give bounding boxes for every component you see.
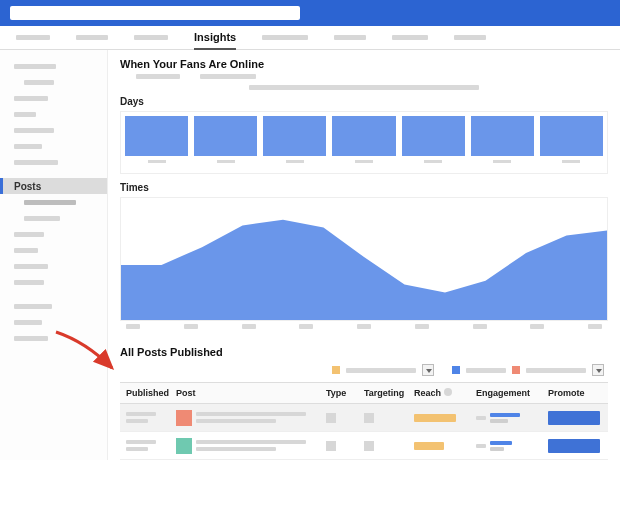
cell-targeting bbox=[364, 441, 414, 451]
legend-row bbox=[120, 364, 608, 376]
legend-label bbox=[346, 368, 416, 373]
legend-swatch-orange bbox=[512, 366, 520, 374]
topbar bbox=[0, 0, 620, 26]
cell-post bbox=[176, 438, 326, 454]
sidebar-item-posts[interactable]: Posts bbox=[0, 178, 107, 194]
sidebar-item[interactable] bbox=[0, 226, 107, 242]
times-chart bbox=[120, 197, 608, 321]
post-thumbnail bbox=[176, 410, 192, 426]
type-icon bbox=[326, 413, 336, 423]
sidebar-item[interactable] bbox=[0, 194, 107, 210]
tab-placeholder[interactable] bbox=[134, 35, 168, 40]
cell-reach bbox=[414, 442, 476, 450]
main-content: When Your Fans Are Online Days Times bbox=[108, 50, 620, 460]
promote-button[interactable] bbox=[548, 411, 600, 425]
cell-published bbox=[120, 440, 176, 451]
sidebar-item[interactable] bbox=[0, 298, 107, 314]
cell-targeting bbox=[364, 413, 414, 423]
tab-placeholder[interactable] bbox=[454, 35, 486, 40]
times-axis bbox=[120, 321, 608, 332]
times-label: Times bbox=[120, 182, 608, 193]
day-bar bbox=[194, 116, 257, 163]
sidebar-item[interactable] bbox=[0, 106, 107, 122]
sidebar-item[interactable] bbox=[0, 314, 107, 330]
sidebar-item[interactable] bbox=[0, 138, 107, 154]
days-chart bbox=[120, 111, 608, 174]
caption-placeholder bbox=[120, 85, 608, 90]
th-targeting[interactable]: Targeting bbox=[364, 388, 414, 398]
cell-post bbox=[176, 410, 326, 426]
cell-reach bbox=[414, 414, 476, 422]
all-posts-section: All Posts Published Published Post Type … bbox=[120, 346, 608, 460]
legend-label bbox=[466, 368, 506, 373]
subtab-row bbox=[136, 74, 608, 79]
legend-swatch-blue bbox=[452, 366, 460, 374]
subtab-placeholder[interactable] bbox=[200, 74, 256, 79]
th-post[interactable]: Post bbox=[176, 388, 326, 398]
cell-promote bbox=[548, 439, 608, 453]
tab-placeholder[interactable] bbox=[334, 35, 366, 40]
sidebar-item[interactable] bbox=[0, 258, 107, 274]
legend-dropdown[interactable] bbox=[422, 364, 434, 376]
tab-placeholder[interactable] bbox=[16, 35, 50, 40]
targeting-icon bbox=[364, 413, 374, 423]
th-engagement[interactable]: Engagement bbox=[476, 388, 548, 398]
sidebar-item[interactable] bbox=[0, 74, 107, 90]
sidebar-item[interactable] bbox=[0, 122, 107, 138]
info-icon bbox=[444, 388, 452, 396]
sidebar-item[interactable] bbox=[0, 210, 107, 226]
search-input[interactable] bbox=[10, 6, 300, 20]
sidebar-item[interactable] bbox=[0, 58, 107, 74]
tab-placeholder[interactable] bbox=[76, 35, 108, 40]
day-bar bbox=[125, 116, 188, 163]
th-published[interactable]: Published bbox=[120, 388, 176, 398]
cell-engagement bbox=[476, 413, 548, 423]
promote-button[interactable] bbox=[548, 439, 600, 453]
th-promote[interactable]: Promote bbox=[548, 388, 608, 398]
cell-engagement bbox=[476, 441, 548, 451]
days-label: Days bbox=[120, 96, 608, 107]
cell-type bbox=[326, 441, 364, 451]
sidebar-item[interactable] bbox=[0, 90, 107, 106]
table-header: Published Post Type Targeting Reach Enga… bbox=[120, 382, 608, 404]
legend-label bbox=[526, 368, 586, 373]
tab-placeholder[interactable] bbox=[262, 35, 308, 40]
sidebar-item[interactable] bbox=[0, 154, 107, 170]
th-type[interactable]: Type bbox=[326, 388, 364, 398]
sidebar: Posts bbox=[0, 50, 108, 460]
table-row[interactable] bbox=[120, 404, 608, 432]
type-icon bbox=[326, 441, 336, 451]
th-reach[interactable]: Reach bbox=[414, 388, 476, 398]
sidebar-item[interactable] bbox=[0, 242, 107, 258]
tab-placeholder[interactable] bbox=[392, 35, 428, 40]
table-row[interactable] bbox=[120, 432, 608, 460]
day-bar bbox=[471, 116, 534, 163]
day-bar bbox=[402, 116, 465, 163]
cell-promote bbox=[548, 411, 608, 425]
targeting-icon bbox=[364, 441, 374, 451]
day-bar bbox=[540, 116, 603, 163]
all-posts-title: All Posts Published bbox=[120, 346, 608, 358]
sidebar-item[interactable] bbox=[0, 330, 107, 346]
cell-type bbox=[326, 413, 364, 423]
day-bar bbox=[332, 116, 395, 163]
cell-published bbox=[120, 412, 176, 423]
sidebar-item[interactable] bbox=[0, 274, 107, 290]
top-tabs: Insights bbox=[0, 26, 620, 50]
legend-dropdown[interactable] bbox=[592, 364, 604, 376]
section-title-fans-online: When Your Fans Are Online bbox=[120, 58, 608, 70]
day-bar bbox=[263, 116, 326, 163]
post-thumbnail bbox=[176, 438, 192, 454]
subtab-placeholder[interactable] bbox=[136, 74, 180, 79]
legend-swatch-reach bbox=[332, 366, 340, 374]
tab-insights[interactable]: Insights bbox=[194, 31, 236, 50]
